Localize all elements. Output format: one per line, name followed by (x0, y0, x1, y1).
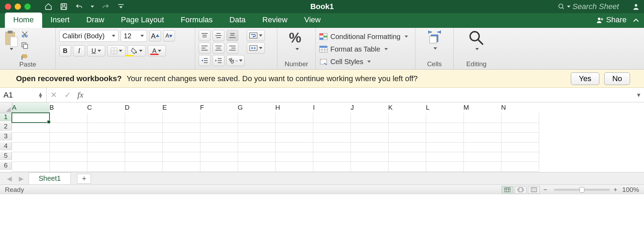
cell-J2[interactable] (351, 123, 388, 132)
font-color-button[interactable]: A (148, 45, 166, 56)
decrease-indent-button[interactable] (199, 55, 210, 66)
format-as-table-button[interactable]: Format as Table (319, 43, 388, 55)
cells-dropdown-icon[interactable] (434, 47, 437, 49)
cell-N6[interactable] (501, 162, 539, 171)
cell-K4[interactable] (388, 142, 426, 152)
orientation-button[interactable]: ab↗ (227, 55, 245, 66)
cell-C6[interactable] (87, 162, 125, 171)
row-header-4[interactable]: 4 (0, 142, 12, 150)
cell-B4[interactable] (49, 142, 87, 152)
cell-K5[interactable] (388, 152, 426, 162)
cell-D2[interactable] (125, 123, 162, 132)
cell-M4[interactable] (463, 142, 501, 152)
undo-icon[interactable] (75, 3, 83, 10)
cell-I4[interactable] (313, 142, 351, 152)
cell-A6[interactable] (12, 162, 49, 171)
row-header-5[interactable]: 5 (0, 152, 12, 160)
cell-D4[interactable] (125, 142, 162, 152)
collapse-ribbon-icon[interactable] (633, 18, 639, 22)
name-box[interactable]: A1 ▲▼ (0, 88, 47, 102)
cell-A5[interactable] (12, 152, 49, 162)
cell-J5[interactable] (351, 152, 388, 162)
find-select-button[interactable] (468, 30, 484, 50)
column-header-D[interactable]: D (125, 102, 162, 113)
conditional-formatting-button[interactable]: Conditional Formatting (319, 31, 408, 42)
undo-dropdown-icon[interactable] (91, 6, 94, 8)
increase-indent-button[interactable] (213, 55, 224, 66)
msgbar-no-button[interactable]: No (604, 72, 630, 85)
cell-D1[interactable] (125, 113, 162, 123)
increase-font-button[interactable]: A (149, 30, 161, 41)
cell-D6[interactable] (125, 162, 162, 171)
wrap-text-button[interactable] (247, 30, 265, 41)
formula-input[interactable] (86, 88, 634, 102)
ribbon-tab-insert[interactable]: Insert (42, 13, 78, 28)
expand-formula-bar-icon[interactable]: ▾ (634, 91, 644, 99)
column-header-A[interactable]: A (12, 102, 49, 113)
page-layout-view-button[interactable] (515, 186, 527, 194)
column-header-G[interactable]: G (238, 102, 275, 113)
cell-I6[interactable] (313, 162, 351, 171)
cell-G2[interactable] (238, 123, 275, 132)
align-left-button[interactable] (199, 42, 210, 54)
cell-L5[interactable] (426, 152, 463, 162)
ribbon-tab-draw[interactable]: Draw (78, 13, 113, 28)
row-header-3[interactable]: 3 (0, 132, 12, 140)
italic-button[interactable]: I (73, 45, 85, 56)
number-format-dropdown-icon[interactable] (296, 48, 299, 50)
column-header-M[interactable]: M (463, 102, 501, 113)
cell-M5[interactable] (463, 152, 501, 162)
cell-E5[interactable] (162, 152, 200, 162)
ribbon-tab-view[interactable]: View (296, 13, 329, 28)
align-center-button[interactable] (213, 42, 224, 54)
editing-dropdown-icon[interactable] (475, 48, 479, 50)
column-header-J[interactable]: J (351, 102, 388, 113)
cell-J4[interactable] (351, 142, 388, 152)
ribbon-tab-review[interactable]: Review (254, 13, 296, 28)
borders-button[interactable] (107, 45, 125, 56)
cell-styles-button[interactable]: Cell Styles (319, 56, 371, 68)
copy-icon[interactable] (21, 42, 29, 49)
cell-A2[interactable] (12, 123, 49, 132)
cell-I3[interactable] (313, 132, 351, 142)
cell-N5[interactable] (501, 152, 539, 162)
cell-L1[interactable] (426, 113, 463, 123)
cell-C2[interactable] (87, 123, 125, 132)
cell-D3[interactable] (125, 132, 162, 142)
cell-C1[interactable] (87, 113, 125, 123)
cell-B6[interactable] (49, 162, 87, 171)
cell-F1[interactable] (200, 113, 238, 123)
align-bottom-button[interactable] (227, 30, 238, 41)
zoom-slider[interactable] (554, 189, 610, 191)
account-icon[interactable] (632, 3, 640, 10)
cell-N3[interactable] (501, 132, 539, 142)
cell-L3[interactable] (426, 132, 463, 142)
cell-C5[interactable] (87, 152, 125, 162)
align-middle-button[interactable] (213, 30, 224, 41)
cut-icon[interactable] (21, 31, 29, 38)
close-window-button[interactable] (5, 3, 11, 10)
cell-I2[interactable] (313, 123, 351, 132)
column-header-L[interactable]: L (426, 102, 463, 113)
ribbon-tab-page-layout[interactable]: Page Layout (113, 13, 172, 28)
cell-J3[interactable] (351, 132, 388, 142)
cell-M2[interactable] (463, 123, 501, 132)
cell-A1[interactable] (12, 113, 49, 123)
bold-button[interactable]: B (59, 45, 71, 56)
redo-icon[interactable] (102, 3, 109, 10)
cell-E6[interactable] (162, 162, 200, 171)
zoom-out-button[interactable]: − (543, 186, 547, 194)
cell-B2[interactable] (49, 123, 87, 132)
column-header-N[interactable]: N (501, 102, 539, 113)
zoom-window-button[interactable] (24, 3, 31, 10)
font-name-select[interactable]: Calibri (Body) (59, 30, 118, 42)
column-header-B[interactable]: B (49, 102, 87, 113)
accept-formula-button[interactable]: ✓ (61, 88, 75, 102)
cell-G4[interactable] (238, 142, 275, 152)
paste-dropdown-icon[interactable] (10, 48, 13, 50)
cell-B1[interactable] (49, 113, 87, 123)
select-all-corner[interactable] (0, 102, 12, 113)
cell-J1[interactable] (351, 113, 388, 123)
cell-D5[interactable] (125, 152, 162, 162)
row-header-6[interactable]: 6 (0, 162, 12, 170)
